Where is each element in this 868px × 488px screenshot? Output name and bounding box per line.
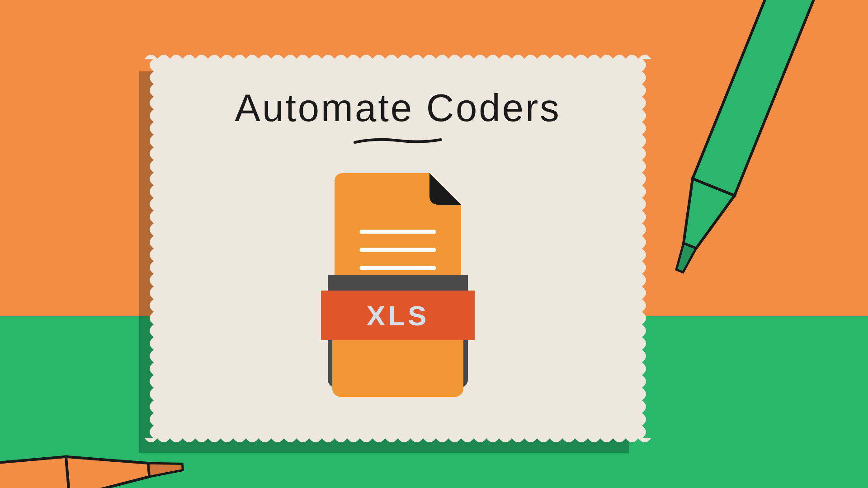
xls-file-icon: XLS: [312, 173, 484, 399]
page-title: Automate Coders: [235, 86, 561, 130]
file-type-label: XLS: [367, 300, 429, 332]
svg-rect-5: [0, 457, 70, 488]
title-underline-decoration: [353, 137, 443, 146]
file-label-band: XLS: [321, 291, 475, 340]
card-content: Automate Coders XLS: [145, 50, 651, 447]
